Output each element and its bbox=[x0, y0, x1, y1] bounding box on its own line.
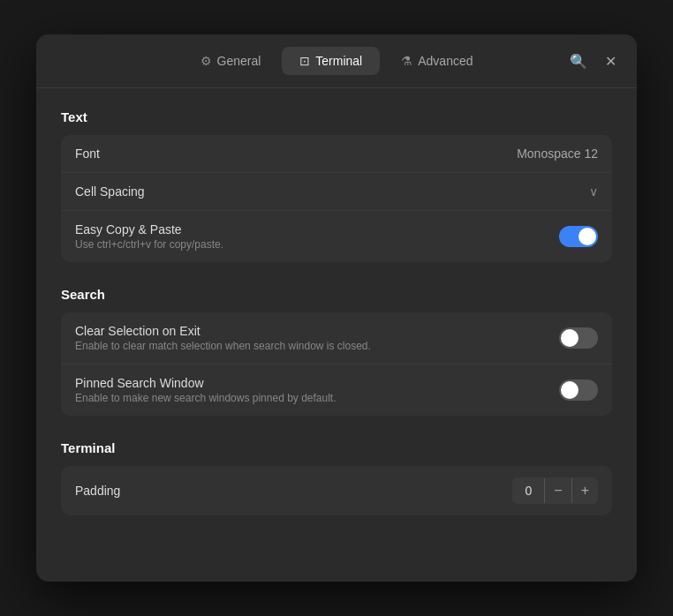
text-section: Text Font Monospace 12 Cell Spacing ∨ Ea… bbox=[61, 109, 612, 262]
search-icon: 🔍 bbox=[570, 53, 587, 70]
tab-general[interactable]: ⚙ General bbox=[183, 47, 279, 75]
padding-row: Padding 0 − + bbox=[61, 466, 612, 515]
clear-selection-row: Clear Selection on Exit Enable to clear … bbox=[61, 312, 612, 364]
content-area: Text Font Monospace 12 Cell Spacing ∨ Ea… bbox=[36, 88, 637, 582]
font-label: Font bbox=[75, 146, 100, 161]
easy-copy-paste-row: Easy Copy & Paste Use ctrl+c/ctrl+v for … bbox=[61, 211, 612, 262]
toggle-slider-3 bbox=[559, 379, 598, 401]
terminal-settings-card: Padding 0 − + bbox=[61, 466, 612, 515]
clear-selection-label: Clear Selection on Exit bbox=[75, 324, 371, 338]
toggle-slider bbox=[559, 226, 598, 247]
search-settings-card: Clear Selection on Exit Enable to clear … bbox=[61, 312, 612, 416]
search-section: Search Clear Selection on Exit Enable to… bbox=[61, 287, 612, 416]
text-section-title: Text bbox=[61, 109, 612, 124]
flask-icon: ⚗ bbox=[401, 54, 412, 68]
pinned-search-info: Pinned Search Window Enable to make new … bbox=[75, 376, 336, 404]
toggle-slider-2 bbox=[559, 327, 598, 349]
terminal-section: Terminal Padding 0 − + bbox=[61, 440, 612, 515]
settings-window: ⚙ General ⊡ Terminal ⚗ Advanced 🔍 ✕ Text bbox=[36, 34, 637, 582]
cell-spacing-row[interactable]: Cell Spacing ∨ bbox=[61, 173, 612, 211]
header-actions: 🔍 ✕ bbox=[566, 49, 623, 73]
font-row[interactable]: Font Monospace 12 bbox=[61, 135, 612, 173]
clear-selection-sublabel: Enable to clear match selection when sea… bbox=[75, 340, 371, 352]
search-section-title: Search bbox=[61, 287, 612, 302]
cell-spacing-label: Cell Spacing bbox=[75, 184, 145, 199]
search-button[interactable]: 🔍 bbox=[566, 49, 591, 73]
easy-copy-paste-info: Easy Copy & Paste Use ctrl+c/ctrl+v for … bbox=[75, 222, 223, 251]
terminal-icon: ⊡ bbox=[299, 54, 310, 68]
pinned-search-sublabel: Enable to make new search windows pinned… bbox=[75, 392, 336, 404]
tab-terminal[interactable]: ⊡ Terminal bbox=[282, 47, 380, 75]
chevron-down-icon: ∨ bbox=[589, 184, 598, 199]
font-value: Monospace 12 bbox=[517, 146, 598, 161]
padding-increment-button[interactable]: + bbox=[572, 477, 598, 504]
tab-advanced[interactable]: ⚗ Advanced bbox=[383, 47, 490, 75]
clear-selection-info: Clear Selection on Exit Enable to clear … bbox=[75, 324, 371, 352]
pinned-search-row: Pinned Search Window Enable to make new … bbox=[61, 364, 612, 416]
terminal-section-title: Terminal bbox=[61, 440, 612, 455]
tab-bar: ⚙ General ⊡ Terminal ⚗ Advanced 🔍 ✕ bbox=[36, 34, 637, 88]
easy-copy-paste-label: Easy Copy & Paste bbox=[75, 222, 223, 237]
pinned-search-label: Pinned Search Window bbox=[75, 376, 336, 390]
gear-icon: ⚙ bbox=[200, 54, 212, 68]
easy-copy-paste-toggle[interactable] bbox=[559, 226, 598, 247]
clear-selection-toggle[interactable] bbox=[559, 327, 598, 349]
text-settings-card: Font Monospace 12 Cell Spacing ∨ Easy Co… bbox=[61, 135, 612, 262]
padding-value: 0 bbox=[512, 478, 544, 503]
padding-decrement-button[interactable]: − bbox=[545, 477, 571, 504]
pinned-search-toggle[interactable] bbox=[559, 379, 598, 401]
close-button[interactable]: ✕ bbox=[598, 49, 623, 73]
easy-copy-paste-sublabel: Use ctrl+c/ctrl+v for copy/paste. bbox=[75, 238, 223, 251]
padding-stepper: 0 − + bbox=[512, 477, 598, 504]
padding-label: Padding bbox=[75, 484, 120, 498]
close-icon: ✕ bbox=[605, 53, 616, 70]
